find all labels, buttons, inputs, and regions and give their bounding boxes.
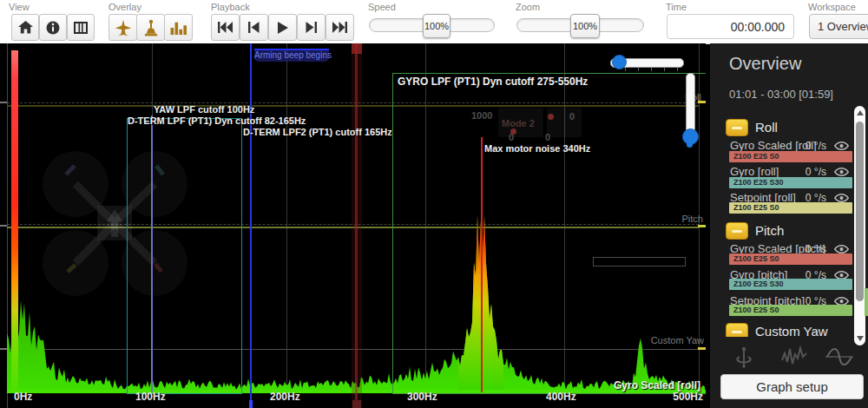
blackbox-explorer-window: View Overlay Playback Speed Zoom Time Wo… xyxy=(0,0,868,408)
sidebar-title: Overview xyxy=(729,54,801,74)
analyser-zoom-x-ticks xyxy=(625,68,679,71)
skip-to-end-button[interactable] xyxy=(326,14,354,41)
yaw-lpf-line xyxy=(151,115,153,392)
filtered-signal-tool-icon[interactable] xyxy=(825,345,853,368)
event-band-timeline-tick xyxy=(352,400,361,408)
axis-tick-100hz: 100Hz xyxy=(135,391,166,403)
curve-badge[interactable]: Z100 E25 S30 xyxy=(729,177,852,188)
roll-group-title: Roll xyxy=(755,120,778,135)
field-label: Gyro [roll] xyxy=(730,165,779,178)
log-table-icon xyxy=(74,22,88,34)
dterm-lpf-annotation: D-TERM LPF (PT1) Dyn cutoff 82-165Hz xyxy=(128,115,306,126)
craft-icon xyxy=(115,19,132,36)
customyaw-group-clip: Custom Yaw xyxy=(710,321,852,337)
dterm-lpf2-annotation: D-TERM LPF2 (PT1) cutoff 165Hz xyxy=(243,127,392,137)
yaw-lpf-annotation: YAW LPF cutoff 100Hz xyxy=(154,104,254,115)
field-value: 0 °/s xyxy=(806,140,826,152)
craft-overlay-button[interactable] xyxy=(108,14,137,41)
gyro-lpf-range-box xyxy=(392,73,706,394)
home-view-button[interactable] xyxy=(11,14,39,41)
curve-badge[interactable]: Z100 E25 S0 xyxy=(729,305,852,316)
spectrum-graph-canvas[interactable]: Roll Pitch Custom Yaw 1000 Mode 2 0 0 0 xyxy=(0,43,706,408)
pitch-group-collapse-button[interactable] xyxy=(726,222,748,240)
scroll-up-arrow[interactable] xyxy=(857,110,864,115)
customyaw-group-title: Custom Yaw xyxy=(755,324,828,337)
curve-badge[interactable]: Z100 E25 S0 xyxy=(729,253,852,265)
previous-frame-button[interactable] xyxy=(240,14,268,41)
workspace-selector[interactable]: 1 Overview xyxy=(809,14,868,39)
view-section-label: View xyxy=(9,2,30,12)
spectrum-source-label: Gyro Scaled [roll] xyxy=(614,379,700,392)
graph-setup-button[interactable]: Graph setup xyxy=(720,374,864,399)
overlay-section-label: Overlay xyxy=(108,2,141,12)
analyser-zoom-y-thumb-tail xyxy=(687,141,693,148)
roll-group-collapse-button[interactable] xyxy=(726,119,748,136)
zoom-slider-thumb[interactable]: 100% xyxy=(570,14,600,38)
log-info-button[interactable] xyxy=(39,14,67,41)
speed-section-label: Speed xyxy=(368,2,396,12)
edge-badge-sliver xyxy=(865,288,868,316)
gyro-lpf-annotation: GYRO LPF (PT1) Dyn cutoff 275-550Hz xyxy=(398,76,588,88)
visibility-eye-icon[interactable] xyxy=(834,167,849,177)
field-value: 0 °/s xyxy=(806,166,826,178)
sticks-icon xyxy=(142,19,160,36)
skip-end-icon xyxy=(332,22,347,33)
log-time-range: 01:01 - 03:00 [01:59] xyxy=(729,88,833,101)
arming-event-timeline-tick xyxy=(249,400,253,408)
axis-tick-500hz: 500Hz xyxy=(673,391,703,403)
log-table-button[interactable] xyxy=(67,14,95,41)
scroll-down-arrow[interactable] xyxy=(857,336,864,341)
motor-noise-line xyxy=(481,137,483,392)
axis-tick-200hz: 200Hz xyxy=(270,391,300,403)
axis-tick-400hz: 400Hz xyxy=(546,391,576,403)
motor-noise-annotation: Max motor noise 340Hz xyxy=(484,143,590,154)
dterm-lpf-range-box xyxy=(127,118,242,394)
scrollbar-thumb[interactable] xyxy=(856,122,864,301)
sticks-overlay-button[interactable] xyxy=(136,14,165,41)
prev-frame-icon xyxy=(248,22,260,33)
sidebar: Overview 01:01 - 03:00 [01:59] Roll Gyro… xyxy=(710,43,868,408)
craft-tool-icon[interactable] xyxy=(733,345,754,370)
home-icon xyxy=(18,21,33,34)
next-frame-icon xyxy=(306,22,317,33)
skip-to-start-button[interactable] xyxy=(211,14,240,41)
dc-spectrum-bar xyxy=(11,50,18,392)
workspace-section-label: Workspace xyxy=(808,2,856,12)
play-button[interactable] xyxy=(268,14,297,41)
axis-tick-300hz: 300Hz xyxy=(407,391,437,403)
next-frame-button[interactable] xyxy=(297,14,326,41)
minus-icon xyxy=(732,331,742,333)
time-section-label: Time xyxy=(666,2,687,12)
customyaw-group-collapse-button[interactable] xyxy=(726,323,748,337)
speed-slider-thumb[interactable]: 100% xyxy=(423,14,450,38)
visibility-eye-icon[interactable] xyxy=(834,141,849,151)
info-box-placeholder xyxy=(593,257,686,267)
play-icon xyxy=(278,22,288,34)
motors-icon xyxy=(170,20,187,36)
playback-section-label: Playback xyxy=(211,2,250,12)
time-input[interactable] xyxy=(667,14,794,39)
info-icon xyxy=(46,21,60,35)
curve-badge[interactable]: Z100 E25 S0 xyxy=(729,202,852,214)
event-band-core xyxy=(355,43,358,408)
arming-event-line xyxy=(250,43,252,408)
event-band-head xyxy=(352,43,362,54)
arming-event-label: Arming beep begins xyxy=(254,49,329,62)
curve-badge[interactable]: Z100 E25 S30 xyxy=(729,279,852,290)
motors-overlay-button[interactable] xyxy=(164,14,193,41)
raw-signal-tool-icon[interactable] xyxy=(781,345,807,368)
skip-start-icon xyxy=(218,22,233,33)
field-label: Gyro Scaled [roll] xyxy=(730,139,817,152)
curve-badge[interactable]: Z100 E25 S0 xyxy=(729,151,852,162)
pitch-group-title: Pitch xyxy=(755,223,784,238)
zoom-section-label: Zoom xyxy=(516,2,540,12)
toolbar: View Overlay Playback Speed Zoom Time Wo… xyxy=(0,0,868,44)
axis-tick-0hz: 0Hz xyxy=(14,391,32,403)
minus-icon xyxy=(732,127,742,129)
minus-icon xyxy=(732,230,742,233)
